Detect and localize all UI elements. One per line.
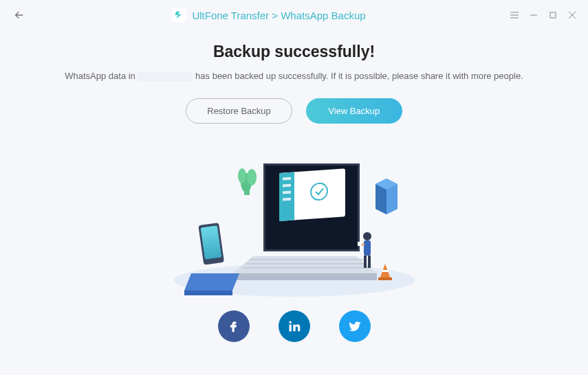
share-linkedin-button[interactable]: [279, 310, 310, 342]
maximize-icon: [549, 12, 556, 19]
share-twitter-button[interactable]: [339, 310, 371, 342]
app-logo: [171, 8, 186, 23]
social-row: [28, 310, 560, 342]
svg-point-35: [363, 232, 371, 240]
svg-rect-36: [364, 240, 371, 255]
subtext-prefix: WhatsApp data in: [65, 71, 138, 81]
illustration: [171, 136, 418, 301]
svg-rect-11: [244, 190, 250, 195]
backup-illustration-icon: [171, 136, 418, 301]
button-row: Restore Backup View Backup: [28, 98, 560, 124]
arrow-left-icon: [13, 9, 25, 21]
svg-rect-44: [289, 324, 291, 331]
twitter-icon: [348, 319, 362, 333]
svg-marker-30: [184, 273, 239, 291]
svg-point-9: [247, 169, 257, 185]
back-button[interactable]: [11, 7, 28, 23]
view-backup-button[interactable]: View Backup: [306, 98, 402, 124]
svg-rect-38: [364, 255, 367, 268]
svg-rect-27: [283, 190, 291, 194]
close-icon: [569, 12, 576, 19]
device-placeholder: [138, 72, 193, 82]
svg-rect-42: [382, 270, 389, 272]
svg-rect-28: [283, 197, 291, 201]
svg-marker-16: [232, 256, 377, 273]
logo-icon: [173, 10, 184, 21]
svg-marker-31: [184, 291, 232, 295]
titlebar: UltFone Transfer > WhatsApp Backup: [0, 0, 588, 30]
menu-button[interactable]: [510, 10, 519, 20]
close-button[interactable]: [567, 10, 577, 20]
svg-point-45: [289, 321, 291, 323]
svg-marker-17: [232, 273, 377, 280]
content: Backup successfully! WhatsApp data in ha…: [0, 30, 588, 342]
window-controls: [510, 10, 577, 20]
linkedin-icon: [287, 319, 301, 333]
title-center: UltFone Transfer > WhatsApp Backup: [28, 8, 510, 23]
minimize-button[interactable]: [529, 10, 538, 20]
maximize-button[interactable]: [548, 10, 558, 20]
minimize-icon: [530, 12, 537, 19]
svg-rect-26: [283, 183, 291, 187]
page-title: Backup successfully!: [28, 43, 560, 61]
svg-point-10: [238, 168, 246, 183]
svg-rect-25: [283, 177, 291, 180]
subtext-suffix: has been backed up successfully. If it i…: [193, 71, 523, 81]
share-facebook-button[interactable]: [218, 310, 250, 342]
svg-rect-40: [358, 242, 362, 246]
restore-backup-button[interactable]: Restore Backup: [186, 98, 292, 124]
breadcrumb: UltFone Transfer > WhatsApp Backup: [192, 10, 365, 21]
subtext: WhatsApp data in has been backed up succ…: [28, 71, 560, 82]
svg-rect-4: [550, 12, 556, 18]
svg-rect-39: [368, 255, 371, 268]
facebook-icon: [227, 319, 241, 333]
menu-icon: [510, 11, 519, 19]
svg-rect-43: [378, 277, 392, 280]
